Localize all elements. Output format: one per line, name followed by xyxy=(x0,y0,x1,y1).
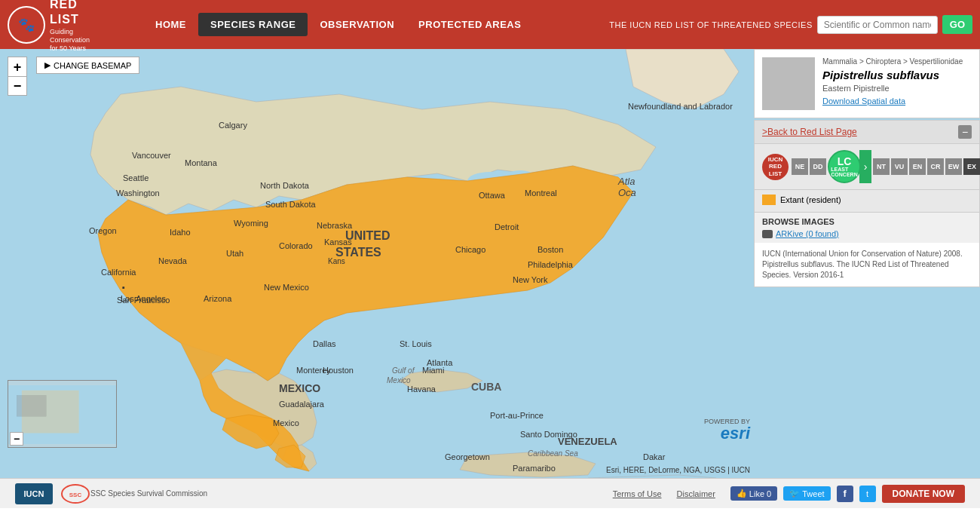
logo-subtitle: GuidingConservationfor 50 Years xyxy=(50,28,90,52)
twitter-button[interactable]: t xyxy=(859,486,876,502)
collapse-button[interactable]: − xyxy=(958,125,972,139)
svg-text:VENEZUELA: VENEZUELA xyxy=(558,436,617,447)
species-breadcrumb: Mammalia > Chiroptera > Vespertilionidae xyxy=(822,57,972,66)
status-cr: CR xyxy=(927,158,944,175)
svg-text:CUBA: CUBA xyxy=(471,381,501,393)
svg-text:Dallas: Dallas xyxy=(313,339,336,348)
status-lc-active: LC LEASTCONCERN › xyxy=(828,150,871,183)
svg-text:Seattle: Seattle xyxy=(123,173,149,182)
zoom-out-button[interactable]: − xyxy=(8,76,27,96)
mini-zoom-out-button[interactable]: − xyxy=(10,432,23,446)
svg-text:Mexico: Mexico xyxy=(273,418,299,427)
svg-text:Atla: Atla xyxy=(617,176,635,187)
svg-text:Colorado: Colorado xyxy=(279,241,313,250)
svg-text:New York: New York xyxy=(513,275,548,284)
mini-map: − xyxy=(8,380,117,448)
svg-text:Utah: Utah xyxy=(226,249,243,258)
svg-text:Houston: Houston xyxy=(323,366,354,375)
logo-paws-icon: 🐾 xyxy=(18,18,35,32)
status-dd: DD xyxy=(810,158,826,175)
tweet-button[interactable]: 🐦 Tweet xyxy=(783,486,830,501)
donate-button[interactable]: DONATE NOW xyxy=(882,485,965,503)
footer-links: Terms of Use Disclaimer xyxy=(613,489,715,498)
species-info: Mammalia > Chiroptera > Vespertilionidae… xyxy=(822,57,972,110)
svg-text:Detroit: Detroit xyxy=(495,222,519,231)
zoom-controls: + − xyxy=(8,57,27,96)
legend-section: Extant (resident) xyxy=(755,189,979,212)
svg-text:Wyoming: Wyoming xyxy=(234,219,268,228)
iucn-footer-logo: IUCN xyxy=(15,483,53,504)
logo-area: 🐾 REDLIST GuidingConservationfor 50 Year… xyxy=(8,0,128,53)
mini-map-svg xyxy=(8,381,117,448)
like-button[interactable]: 👍 Like 0 xyxy=(730,486,777,501)
svg-text:SSC: SSC xyxy=(69,492,82,498)
svg-text:Oregon: Oregon xyxy=(89,226,117,235)
twitter-icon: 🐦 xyxy=(789,489,800,498)
status-bar: IUCNREDLIST NE DD LC LEASTCONCERN › NT V… xyxy=(755,144,979,189)
triangle-icon: ▶ xyxy=(44,60,51,70)
download-spatial-link[interactable]: Download Spatial data xyxy=(822,97,905,106)
basemap-button[interactable]: ▶ CHANGE BASEMAP xyxy=(36,57,139,74)
status-codes-row: NE DD LC LEASTCONCERN › NT VU EN CR EW E… xyxy=(792,150,980,183)
zoom-in-button[interactable]: + xyxy=(8,57,27,76)
browse-images-section: BROWSE IMAGES ARKive (0 found) xyxy=(755,212,979,243)
citation-section: IUCN (International Union for Conservati… xyxy=(755,243,979,286)
svg-text:Washington: Washington xyxy=(116,188,160,198)
legend-label-extant: Extant (resident) xyxy=(780,195,841,204)
esri-attribution: Esri, HERE, DeLorme, NGA, USGS | IUCN xyxy=(606,466,750,474)
lc-circle: LC LEASTCONCERN xyxy=(828,150,861,183)
logo-text: REDLIST GuidingConservationfor 50 Years xyxy=(50,0,90,53)
search-area: THE IUCN RED LIST OF THREATENED SPECIES … xyxy=(609,15,972,34)
svg-text:Arizona: Arizona xyxy=(204,294,232,303)
like-label: Like 0 xyxy=(749,489,771,498)
esri-logo: esri xyxy=(721,425,750,442)
disclaimer-link[interactable]: Disclaimer xyxy=(677,489,715,498)
svg-text:Nevada: Nevada xyxy=(158,256,188,265)
ssc-logo-svg: SSC xyxy=(60,483,90,504)
terms-link[interactable]: Terms of Use xyxy=(613,489,662,498)
facebook-button[interactable]: f xyxy=(837,486,853,502)
species-thumbnail xyxy=(762,57,815,110)
svg-text:MEXICO: MEXICO xyxy=(279,382,320,394)
svg-text:North Dakota: North Dakota xyxy=(260,181,310,190)
nav-protected-areas[interactable]: PROTECTED AREAS xyxy=(406,13,533,36)
legend-item: Extant (resident) xyxy=(762,195,972,205)
map-container[interactable]: Calgary Vancouver Seattle Washington Ore… xyxy=(0,49,980,478)
svg-text:STATES: STATES xyxy=(335,246,381,259)
svg-text:▪: ▪ xyxy=(122,283,125,292)
camera-icon xyxy=(762,230,773,238)
svg-text:St. Louis: St. Louis xyxy=(400,339,432,348)
status-ew: EW xyxy=(945,158,962,175)
mini-map-inner: − xyxy=(8,381,116,447)
svg-text:Mexico: Mexico xyxy=(387,376,411,385)
svg-text:Montana: Montana xyxy=(185,158,218,167)
svg-text:Oca: Oca xyxy=(618,187,636,198)
footer-logos: IUCN SSC SSC Species Survival Commission xyxy=(15,483,207,504)
search-label: THE IUCN RED LIST OF THREATENED SPECIES xyxy=(609,20,813,29)
status-vu: VU xyxy=(891,158,908,175)
arkive-link[interactable]: ARKive (0 found) xyxy=(762,229,972,238)
svg-rect-58 xyxy=(17,395,46,416)
svg-text:Havana: Havana xyxy=(407,385,436,394)
svg-text:Miami: Miami xyxy=(422,366,444,375)
search-input[interactable] xyxy=(817,16,938,34)
svg-text:Georgetown: Georgetown xyxy=(445,452,490,461)
go-button[interactable]: GO xyxy=(942,15,972,34)
footer-actions: 👍 Like 0 🐦 Tweet f t DONATE NOW xyxy=(730,485,965,503)
status-en: EN xyxy=(909,158,926,175)
nav-species-range[interactable]: SPECIES RANGE xyxy=(198,13,308,36)
back-to-red-list-link[interactable]: >Back to Red List Page xyxy=(762,127,857,137)
status-nt: NT xyxy=(873,158,890,175)
svg-text:Chicago: Chicago xyxy=(455,245,485,254)
nav-home[interactable]: HOME xyxy=(143,13,198,36)
nav-observation[interactable]: OBSERVATION xyxy=(308,13,406,36)
arkive-text[interactable]: ARKive (0 found) xyxy=(776,229,839,238)
logo-circle: 🐾 xyxy=(8,6,45,44)
browse-images-title: BROWSE IMAGES xyxy=(762,217,972,226)
species-common-name: Eastern Pipistrelle xyxy=(822,84,972,93)
svg-text:South Dakota: South Dakota xyxy=(265,200,317,209)
tweet-label: Tweet xyxy=(802,489,824,498)
svg-text:Boston: Boston xyxy=(537,245,563,254)
iucn-panel-logo: IUCNREDLIST xyxy=(762,154,789,180)
red-list-panel: >Back to Red List Page − IUCNREDLIST NE … xyxy=(754,120,980,287)
